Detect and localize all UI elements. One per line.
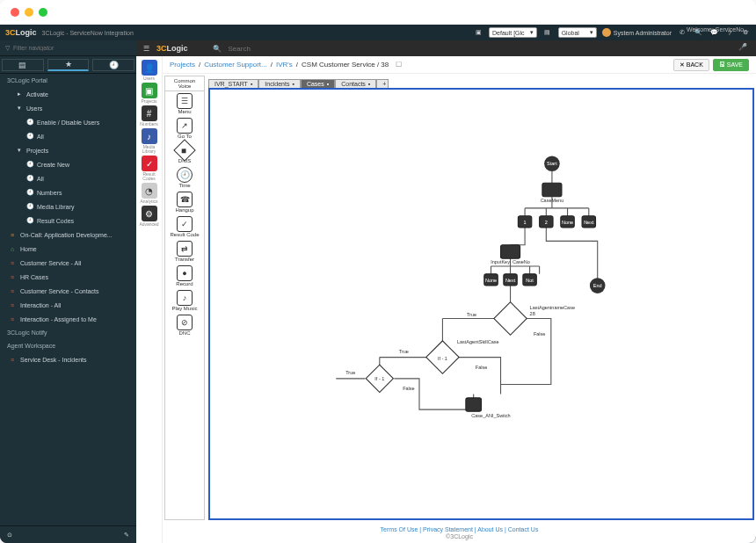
rail-projects[interactable]: ▣Projects (139, 83, 160, 104)
nav-interaction-me[interactable]: ≡Interaction - Assigned to Me (0, 312, 136, 326)
crumb-current: CSM Customer Service / 38 (302, 61, 389, 69)
nav-activate[interactable]: ▸Activate (0, 87, 136, 101)
pal-transfer[interactable]: ⇄Transfer (165, 239, 204, 264)
footer-tou[interactable]: Terms Of Use (381, 526, 418, 532)
svg-text:None: None (562, 220, 573, 225)
pal-hangup[interactable]: ☎Hangup (165, 190, 204, 214)
svg-text:2: 2 (545, 220, 548, 225)
close-icon[interactable]: ▪ (292, 81, 294, 87)
svg-text:LastAgentnameCase: LastAgentnameCase (530, 305, 575, 310)
footer-contact[interactable]: Contact Us (508, 526, 539, 532)
nav-projects-new[interactable]: 🕘Create New (0, 157, 136, 171)
user-menu[interactable]: System Administrator (602, 28, 672, 37)
minimize-dot[interactable] (25, 8, 33, 17)
crumb-projects[interactable]: Projects (170, 61, 195, 69)
pal-record[interactable]: ●Record (165, 264, 204, 288)
bars-icon: ≡ (9, 231, 16, 238)
nav-projects-numbers[interactable]: 🕘Numbers (0, 185, 136, 199)
rail-users[interactable]: 👤Users (139, 60, 160, 81)
clock-icon: 🕘 (26, 119, 33, 126)
search-input[interactable] (229, 45, 404, 53)
close-icon[interactable]: ▪ (368, 81, 370, 87)
update-set-icon[interactable]: ▣ (473, 27, 483, 38)
rail-results[interactable]: ✓Result Codes (139, 156, 160, 181)
svg-rect-2 (542, 183, 562, 196)
nav-projects-media[interactable]: 🕘Media Library (0, 199, 136, 214)
nav-projects[interactable]: ▾Projects (0, 143, 136, 157)
list-icon: ≡ (9, 301, 16, 308)
clock-icon: 🕘 (26, 189, 33, 196)
nav-csall[interactable]: ≡Customer Service - All (0, 256, 136, 270)
rail-media[interactable]: ♪Media Library (139, 128, 160, 154)
svg-text:True: True (345, 370, 355, 375)
flow-canvas[interactable]: Start CaseMenu 1 2 None Next (208, 88, 754, 520)
nav-tab-favorites[interactable]: ★ (47, 59, 90, 71)
close-icon[interactable]: ▪ (251, 81, 252, 87)
nav-tab-history[interactable]: 🕘 (92, 59, 134, 71)
save-button[interactable]: 🖫 SAVE (713, 59, 749, 71)
open-icon[interactable]: ☐ (396, 61, 402, 69)
scope-select-1[interactable]: Default [Glc ▾ (489, 27, 537, 38)
rail-advanced[interactable]: ⚙Advanced (139, 206, 160, 227)
nav-hrcases[interactable]: ≡HR Cases (0, 270, 136, 284)
global-topbar: 3CLogic 3CLogic - ServiceNow Integration… (0, 25, 756, 40)
close-icon[interactable]: ▪ (327, 81, 329, 87)
rail-numbers[interactable]: #Numbers (139, 105, 160, 127)
filter-input[interactable] (13, 45, 131, 51)
pal-dnis[interactable]: ◆DNIS (165, 141, 204, 165)
svg-text:CaseMenu: CaseMenu (541, 198, 564, 203)
pal-dnc[interactable]: ⊘DNC (165, 313, 204, 337)
svg-text:Start: Start (547, 161, 557, 166)
collapse-icon[interactable]: ⊙ (7, 532, 12, 539)
rail-analytics[interactable]: ◔Analytics (139, 183, 160, 204)
pal-time[interactable]: 🕘Time (165, 165, 204, 190)
pal-result[interactable]: ✓Result Code (165, 214, 204, 239)
tab-cases[interactable]: Cases▪ (301, 79, 335, 88)
welcome-label: Welcome: ServiceNo... (687, 26, 749, 33)
edit-icon[interactable]: ✎ (124, 532, 129, 539)
nav-users[interactable]: ▾Users (0, 101, 136, 115)
app-scope-icon[interactable]: ▤ (542, 27, 553, 38)
list-icon: ≡ (9, 287, 16, 294)
search-icon[interactable]: 🔍 (213, 45, 222, 53)
svg-text:None: None (485, 278, 497, 283)
filter-icon: ▽ (5, 45, 10, 52)
clock-icon: 🕘 (26, 203, 33, 210)
nav-interaction-all[interactable]: ≡Interaction - All (0, 298, 136, 312)
nav-cscontacts[interactable]: ≡Customer Service - Contacts (0, 284, 136, 298)
back-button[interactable]: ✕ BACK (673, 59, 709, 71)
avatar (602, 28, 611, 37)
svg-text:True: True (399, 349, 409, 354)
nav-home[interactable]: ⌂Home (0, 242, 136, 256)
tab-add[interactable]: + (376, 79, 389, 88)
tab-ivrstart[interactable]: IVR_START▪ (208, 79, 258, 88)
crumb-support[interactable]: Customer Support... (204, 61, 267, 69)
nav-projects-all[interactable]: 🕘All (0, 171, 136, 185)
nav-users-all[interactable]: 🕘All (0, 129, 136, 143)
tab-incidents[interactable]: Incidents▪ (258, 79, 301, 88)
zoom-dot[interactable] (39, 8, 47, 17)
svg-text:End: End (593, 283, 602, 288)
icon-rail: 👤Users ▣Projects #Numbers ♪Media Library… (136, 56, 163, 543)
footer-about[interactable]: About Us (477, 526, 503, 532)
left-navigator: ▽ ▤ ★ 🕘 3CLogic Portal ▸Activate ▾Users … (0, 40, 136, 543)
mic-icon[interactable]: 🎤 (738, 43, 749, 54)
crumb-ivrs[interactable]: IVR's (276, 61, 293, 69)
pal-playmusic[interactable]: ♪Play Music (165, 288, 204, 313)
tab-contacts[interactable]: Contacts▪ (335, 79, 376, 88)
nav-servicedesk[interactable]: ≡Service Desk - Incidents (0, 352, 136, 366)
scope-select-2[interactable]: Global ▾ (558, 27, 597, 38)
svg-rect-12 (501, 245, 520, 258)
nav-tab-all[interactable]: ▤ (2, 59, 44, 71)
menu-icon[interactable]: ☰ (143, 45, 149, 53)
close-dot[interactable] (11, 8, 19, 17)
nav-projects-results[interactable]: 🕘Result Codes (0, 214, 136, 228)
clock-icon: 🕘 (26, 161, 33, 168)
footer-privacy[interactable]: Privacy Statement (423, 526, 473, 532)
sub-logo: 3CLogic (156, 44, 188, 53)
footer-copy: ©3CLogic (446, 533, 473, 539)
nav-oncall[interactable]: ≡On-Call: Application Developme... (0, 228, 136, 242)
nav-users-enable[interactable]: 🕘Enable / Disable Users (0, 115, 136, 129)
pal-goto[interactable]: ↗Go To (165, 116, 204, 141)
pal-menu[interactable]: ☰Menu (165, 91, 204, 116)
